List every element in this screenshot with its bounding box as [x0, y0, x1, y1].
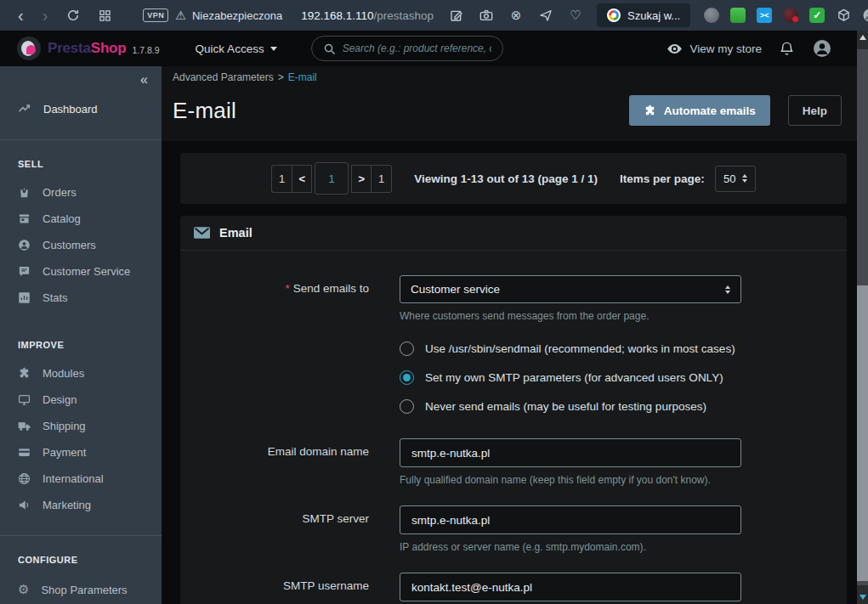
sidebar-section-sell: SELL [0, 140, 162, 179]
page-title: E-mail [173, 98, 236, 124]
credit-card-icon [18, 446, 31, 459]
prestashop-logo[interactable] [17, 37, 41, 60]
sidebar-item-stats[interactable]: Stats [0, 285, 162, 311]
admin-search[interactable] [311, 36, 503, 61]
eye-icon [667, 41, 683, 57]
pagination-prev-button[interactable]: < [292, 165, 312, 193]
bookmark-heart-icon[interactable]: ♡ [564, 4, 587, 26]
smtp-server-input[interactable] [400, 505, 741, 534]
items-per-page-select[interactable]: 50 [715, 166, 756, 192]
edit-bookmark-icon[interactable] [445, 4, 468, 26]
help-button[interactable]: Help [788, 95, 842, 126]
extension-red-icon[interactable] [783, 8, 798, 23]
select-arrows-icon [742, 174, 747, 183]
radio-button[interactable] [400, 370, 414, 385]
send-emails-to-value: Customer service [411, 283, 500, 296]
monitor-icon [18, 393, 31, 406]
mail-method-option-sendmail[interactable]: Use /usr/sbin/sendmail (recommended; wor… [400, 342, 808, 356]
email-form: *Send emails to Customer service Where c… [180, 251, 847, 604]
breadcrumb-separator: > [278, 71, 284, 83]
sidebar-item-marketing[interactable]: Marketing [0, 492, 162, 518]
page-scrollbar[interactable] [857, 31, 868, 604]
sidebar-item-modules[interactable]: Modules [0, 360, 162, 387]
shopping-bag-icon [18, 186, 31, 199]
automate-emails-label: Automate emails [664, 104, 756, 117]
globe-icon [18, 472, 31, 485]
main-content: Advanced Parameters>E-mail E-mail Automa… [162, 66, 857, 604]
store-icon [18, 212, 31, 225]
pagination-last-button[interactable]: 1 [372, 165, 392, 193]
browser-profile-icon[interactable] [862, 8, 868, 23]
radio-button[interactable] [400, 342, 414, 356]
email-settings-panel: Email *Send emails to Customer service W… [180, 216, 847, 604]
sidebar-item-label: Shop Parameters [41, 584, 127, 596]
email-domain-label: Email domain name [180, 438, 400, 486]
browser-tiles-icon[interactable] [89, 9, 121, 22]
pagination-next-button[interactable]: > [351, 165, 372, 193]
trending-up-icon [18, 102, 31, 116]
puzzle-icon [644, 104, 656, 117]
mail-method-option-smtp[interactable]: Set my own SMTP parameters (for advanced… [400, 370, 808, 385]
sidebar-item-customer-service[interactable]: Customer Service [0, 258, 162, 285]
scroll-down-icon[interactable] [857, 595, 868, 600]
camera-icon[interactable] [475, 4, 497, 26]
sidebar-section-improve: IMPROVE [0, 311, 162, 360]
smtp-server-hint: IP address or server name (e.g. smtp.myd… [400, 541, 741, 553]
sidebar-item-dashboard[interactable]: Dashboard [0, 95, 162, 122]
sidebar-item-label: Payment [43, 446, 86, 459]
account-icon[interactable] [812, 38, 832, 59]
email-domain-input[interactable] [400, 438, 741, 467]
radio-button[interactable] [400, 399, 414, 414]
sidebar-item-catalog[interactable]: Catalog [0, 206, 162, 232]
browser-reload-icon[interactable] [57, 8, 89, 22]
browser-back-icon[interactable]: ‹ [9, 7, 33, 24]
content-blocker-icon[interactable]: ⊗ [505, 4, 527, 26]
smtp-username-input[interactable] [400, 573, 741, 601]
pagination-first-button[interactable]: 1 [271, 165, 292, 193]
scrollbar-thumb[interactable] [857, 285, 868, 581]
sidebar-item-shop-parameters[interactable]: ⚙ Shop Parameters [0, 575, 162, 604]
google-icon [607, 8, 621, 22]
megaphone-icon [18, 499, 31, 511]
chevron-down-icon [270, 47, 277, 51]
extension-check-icon[interactable]: ✓ [809, 8, 825, 23]
sidebar-item-international[interactable]: International [0, 466, 162, 492]
scroll-up-icon[interactable] [857, 35, 868, 40]
send-emails-to-select[interactable]: Customer service [400, 275, 741, 303]
sidebar-item-customers[interactable]: Customers [0, 232, 162, 258]
extension-green-icon[interactable] [730, 8, 746, 23]
sidebar-item-payment[interactable]: Payment [0, 439, 162, 466]
version-label: 1.7.8.9 [132, 42, 159, 55]
address-bar[interactable]: 192.168.1.110/prestashop [301, 9, 434, 22]
sidebar-item-shipping[interactable]: Shipping [0, 413, 162, 439]
notifications-bell-icon[interactable] [779, 41, 795, 57]
browser-toolbar: ‹ › VPN ⚠ Niezabezpieczona 192.168.1.110… [0, 0, 868, 31]
security-warning-label[interactable]: Niezabezpieczona [192, 9, 282, 22]
extension-gray-icon[interactable] [704, 8, 719, 23]
mail-method-option-never[interactable]: Never send emails (may be useful for tes… [400, 399, 808, 414]
sidebar-item-label: Marketing [43, 499, 91, 511]
pagination-current-input[interactable] [315, 162, 349, 195]
extension-proxy-icon[interactable]: >< [757, 8, 772, 23]
share-send-icon[interactable] [535, 4, 557, 26]
person-circle-icon [18, 239, 31, 251]
quick-access-menu[interactable]: Quick Access [196, 42, 277, 55]
security-warning-icon[interactable]: ⚠ [175, 8, 186, 22]
breadcrumb-parent[interactable]: Advanced Parameters [173, 71, 274, 83]
sidebar-item-design[interactable]: Design [0, 387, 162, 413]
automate-emails-button[interactable]: Automate emails [629, 95, 770, 126]
view-store-link[interactable]: View my store [667, 41, 762, 57]
search-input[interactable] [343, 42, 491, 54]
email-panel-title: Email [219, 226, 252, 240]
sidebar-collapse-icon[interactable]: « [140, 72, 146, 87]
browser-search-tab[interactable]: Szukaj w... [597, 3, 690, 27]
vpn-badge[interactable]: VPN [143, 8, 168, 22]
sidebar-item-orders[interactable]: Orders [0, 179, 162, 206]
page-header: Advanced Parameters>E-mail E-mail Automa… [162, 66, 857, 141]
sidebar-item-label: Customers [43, 239, 96, 251]
extension-cube-icon[interactable] [836, 8, 851, 23]
breadcrumb-current[interactable]: E-mail [288, 71, 317, 83]
admin-header: PrestaShop 1.7.8.9 Quick Access View my … [0, 31, 868, 66]
sidebar-item-label: Catalog [43, 212, 81, 225]
browser-forward-icon[interactable]: › [33, 7, 58, 24]
